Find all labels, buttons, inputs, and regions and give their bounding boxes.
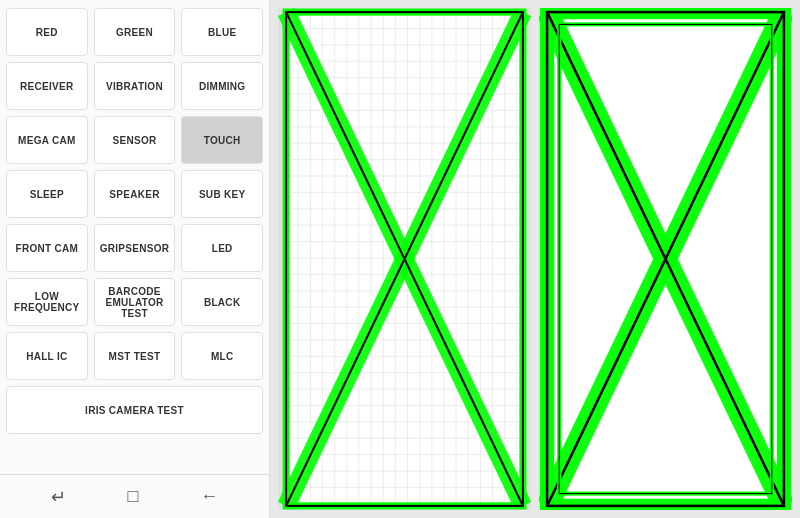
btn-dimming[interactable]: DIMMING <box>181 62 263 110</box>
btn-receiver[interactable]: RECEIVER <box>6 62 88 110</box>
btn-sleep[interactable]: SLEEP <box>6 170 88 218</box>
left-touch-svg <box>278 8 531 510</box>
grid-row-5: FRONT CAM GRIPSENSOR LED <box>6 224 263 272</box>
grid-row-1: RED GREEN BLUE <box>6 8 263 56</box>
grid-row-3: MEGA CAM SENSOR TOUCH <box>6 116 263 164</box>
arrow-left-icon[interactable]: ← <box>194 480 224 513</box>
btn-mlc[interactable]: MLC <box>181 332 263 380</box>
btn-mst-test[interactable]: MST TEST <box>94 332 176 380</box>
right-touch-display[interactable] <box>539 8 792 510</box>
btn-touch[interactable]: TOUCH <box>181 116 263 164</box>
btn-sensor[interactable]: SENSOR <box>94 116 176 164</box>
grid-row-6: LOW FREQUENCY BARCODE EMULATOR TEST BLAC… <box>6 278 263 326</box>
btn-blue[interactable]: BLUE <box>181 8 263 56</box>
btn-barcode-emulator-test[interactable]: BARCODE EMULATOR TEST <box>94 278 176 326</box>
home-icon[interactable]: □ <box>122 480 145 513</box>
right-panel <box>270 0 800 518</box>
btn-speaker[interactable]: SPEAKER <box>94 170 176 218</box>
btn-low-frequency[interactable]: LOW FREQUENCY <box>6 278 88 326</box>
grid-row-8: IRIS CAMERA TEST <box>6 386 263 434</box>
btn-green[interactable]: GREEN <box>94 8 176 56</box>
bottom-bar: ↵ □ ← <box>0 474 269 518</box>
btn-front-cam[interactable]: FRONT CAM <box>6 224 88 272</box>
btn-mega-cam[interactable]: MEGA CAM <box>6 116 88 164</box>
btn-led[interactable]: LED <box>181 224 263 272</box>
btn-hall-ic[interactable]: HALL IC <box>6 332 88 380</box>
btn-red[interactable]: RED <box>6 8 88 56</box>
left-panel: RED GREEN BLUE RECEIVER VIBRATION DIMMIN… <box>0 0 270 518</box>
btn-vibration[interactable]: VIBRATION <box>94 62 176 110</box>
back-icon[interactable]: ↵ <box>45 480 72 514</box>
left-touch-display[interactable] <box>278 8 531 510</box>
right-touch-svg <box>539 8 792 510</box>
grid-row-4: SLEEP SPEAKER SUB KEY <box>6 170 263 218</box>
grid-row-7: HALL IC MST TEST MLC <box>6 332 263 380</box>
grid-row-2: RECEIVER VIBRATION DIMMING <box>6 62 263 110</box>
btn-iris-camera-test[interactable]: IRIS CAMERA TEST <box>6 386 263 434</box>
button-grid: RED GREEN BLUE RECEIVER VIBRATION DIMMIN… <box>0 0 269 474</box>
btn-black[interactable]: BLACK <box>181 278 263 326</box>
btn-gripsensor[interactable]: GRIPSENSOR <box>94 224 176 272</box>
btn-sub-key[interactable]: SUB KEY <box>181 170 263 218</box>
